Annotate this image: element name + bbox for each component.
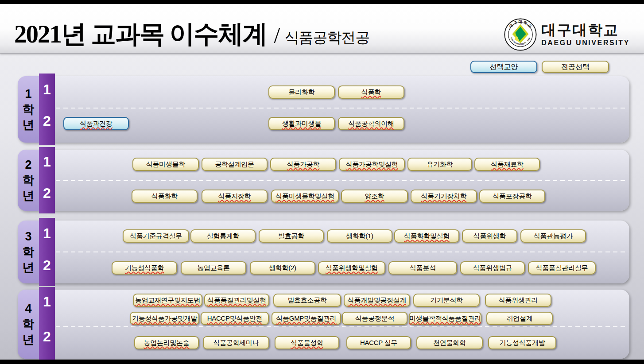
logo-english-name: DAEGU UNIVERSITY bbox=[541, 39, 630, 47]
course-button[interactable]: 농업논리및논술 bbox=[134, 336, 199, 349]
course-label: 공학설계입문 bbox=[215, 160, 254, 169]
year-section-4: 4학년12농업교재연구및지도법식품품질관리및실험발효효소공학식품개발및공정설계기… bbox=[18, 290, 629, 359]
year-label-char: 학 bbox=[23, 244, 35, 260]
course-label: HACCP 실무 bbox=[360, 339, 397, 347]
course-label: 식품관능평가 bbox=[534, 232, 573, 240]
page-subtitle: 식품공학전공 bbox=[284, 28, 369, 48]
course-button[interactable]: 식품공학의이해 bbox=[338, 117, 404, 130]
course-label: 식품위생학 bbox=[473, 232, 506, 240]
course-button[interactable]: HACCP 실무 bbox=[346, 336, 411, 349]
course-label: 생화학(2) bbox=[269, 264, 296, 272]
legend-elective-liberal[interactable]: 선택교양 bbox=[470, 61, 537, 73]
course-button[interactable]: 식품기준규격실무 bbox=[123, 229, 189, 243]
top-border-bar bbox=[0, 0, 644, 4]
course-button[interactable]: 식품과건강 bbox=[63, 117, 129, 130]
year-label-char: 년 bbox=[23, 117, 35, 133]
course-button[interactable]: 기능성식품가공및개발 bbox=[130, 312, 199, 325]
course-button[interactable]: 유기화학 bbox=[407, 158, 472, 171]
header: 2021년 교과목 이수체계 / 식품공학전공 대 구 대 학 교 DAEGU … bbox=[0, 4, 644, 54]
university-seal-icon: 대 구 대 학 교 DAEGU UNIVERSITY · 1956 bbox=[504, 18, 537, 51]
semester-number: 2 bbox=[39, 256, 55, 274]
course-button[interactable]: 식품공학세미나 bbox=[203, 336, 269, 349]
course-label: 식품분석 bbox=[410, 264, 436, 272]
course-button[interactable]: 생활과미생물 bbox=[268, 117, 335, 130]
course-label: 기기분석학 bbox=[430, 296, 463, 305]
course-button[interactable]: 식품분석 bbox=[388, 261, 457, 275]
course-button[interactable]: 실험통계학 bbox=[190, 229, 256, 243]
course-label: 식품위생법규 bbox=[473, 264, 512, 272]
course-button[interactable]: 공학설계입문 bbox=[202, 158, 268, 171]
course-button[interactable]: 취업설계 bbox=[486, 312, 553, 325]
course-label: 식품GMP및품질관리 bbox=[276, 314, 336, 323]
course-label: 식품과건강 bbox=[80, 120, 113, 128]
course-button[interactable]: 식품공정분석 bbox=[342, 312, 407, 325]
semester-divider bbox=[56, 252, 626, 252]
course-button[interactable]: 생화학(2) bbox=[250, 261, 315, 275]
course-button[interactable]: 발효효소공학 bbox=[273, 294, 341, 307]
course-button[interactable]: 식품위생법규 bbox=[460, 261, 525, 275]
course-button[interactable]: 식품화학및실험 bbox=[394, 229, 459, 243]
course-button[interactable]: 농업교재연구및지도법 bbox=[133, 294, 202, 307]
course-button[interactable]: 식품재료학 bbox=[474, 158, 540, 171]
course-button[interactable]: 기능성식품학 bbox=[112, 261, 177, 275]
course-label: 양조학 bbox=[365, 192, 384, 201]
course-button[interactable]: HACCP및식품안전 bbox=[201, 312, 269, 325]
course-label: 식품품질관리실무 bbox=[536, 264, 588, 272]
course-button[interactable]: 식품미생물학 bbox=[132, 158, 199, 171]
course-button[interactable]: 식품저장학 bbox=[202, 190, 268, 203]
course-label: 식품개발및공정설계 bbox=[348, 296, 406, 305]
course-button[interactable]: 농업교육론 bbox=[181, 261, 246, 275]
course-label: 기능성식품학 bbox=[125, 264, 164, 272]
course-button[interactable]: 식품품질관리및실험 bbox=[204, 294, 269, 307]
course-label: 식품기준규격실무 bbox=[130, 232, 182, 240]
course-button[interactable]: 천연물화학 bbox=[416, 336, 483, 349]
course-label: 농업교재연구및지도법 bbox=[135, 296, 200, 305]
course-button[interactable]: 물리화학 bbox=[268, 85, 335, 99]
bottom-border-bar bbox=[0, 360, 644, 364]
slide: 2021년 교과목 이수체계 / 식품공학전공 대 구 대 학 교 DAEGU … bbox=[0, 0, 644, 364]
year-label-4: 4학년 bbox=[18, 290, 39, 359]
semester-bar: 12 bbox=[39, 74, 55, 145]
course-button[interactable]: 식품품질관리실무 bbox=[528, 261, 596, 275]
title-wrap: 2021년 교과목 이수체계 / 식품공학전공 bbox=[14, 17, 369, 51]
course-button[interactable]: 식품화학 bbox=[132, 190, 198, 203]
course-button[interactable]: 식품위생학및실험 bbox=[318, 261, 385, 275]
course-button[interactable]: 식품개발및공정설계 bbox=[344, 294, 410, 307]
course-button[interactable]: 식품물성학 bbox=[275, 336, 339, 349]
course-button[interactable]: 식품위생학 bbox=[462, 229, 517, 243]
year-label-char: 학 bbox=[23, 102, 35, 117]
course-button[interactable]: 식품가공학 bbox=[270, 158, 336, 171]
semester-number: 2 bbox=[39, 112, 55, 130]
legend-major-elective[interactable]: 전공선택 bbox=[542, 61, 609, 73]
course-label: 농업논리및논술 bbox=[144, 339, 190, 347]
semester-bar: 12 bbox=[39, 287, 55, 361]
course-button[interactable]: 식품미생물학및실험 bbox=[271, 190, 339, 203]
course-button[interactable]: 식품기기장치학 bbox=[411, 190, 477, 203]
course-button[interactable]: 기능성식품개발 bbox=[488, 336, 556, 349]
course-button[interactable]: 식품위생관리 bbox=[485, 294, 551, 307]
course-label: 식품가공학 bbox=[287, 160, 320, 169]
course-button[interactable]: 식품학 bbox=[338, 85, 404, 99]
year-label-char: 학 bbox=[23, 317, 35, 332]
course-label: 식품학 bbox=[361, 88, 381, 97]
course-label: 식품위생관리 bbox=[499, 296, 538, 305]
course-label: 취업설계 bbox=[507, 314, 533, 323]
course-button[interactable]: 양조학 bbox=[341, 190, 408, 203]
year-label-char: 년 bbox=[23, 332, 35, 348]
course-button[interactable]: 미생물학적식품품질관리 bbox=[409, 312, 481, 325]
course-label: 미생물학적식품품질관리 bbox=[409, 314, 481, 323]
course-button[interactable]: 식품GMP및품질관리 bbox=[272, 312, 341, 325]
course-label: 식품포장공학 bbox=[493, 192, 531, 201]
course-button[interactable]: 발효공학 bbox=[259, 229, 324, 243]
course-label: 식품위생학및실험 bbox=[326, 264, 378, 272]
semester-bar: 12 bbox=[39, 147, 55, 213]
course-button[interactable]: 식품가공학및실험 bbox=[339, 158, 405, 171]
page-title: 2021년 교과목 이수체계 bbox=[14, 17, 267, 51]
course-button[interactable]: 생화학(1) bbox=[327, 229, 392, 243]
course-button[interactable]: 식품포장공학 bbox=[479, 190, 545, 203]
course-label: 생화학(1) bbox=[346, 232, 373, 240]
course-button[interactable]: 식품관능평가 bbox=[520, 229, 586, 243]
year-label-char: 학 bbox=[23, 173, 35, 188]
course-button[interactable]: 기기분석학 bbox=[413, 294, 480, 307]
semester-divider bbox=[56, 326, 626, 327]
